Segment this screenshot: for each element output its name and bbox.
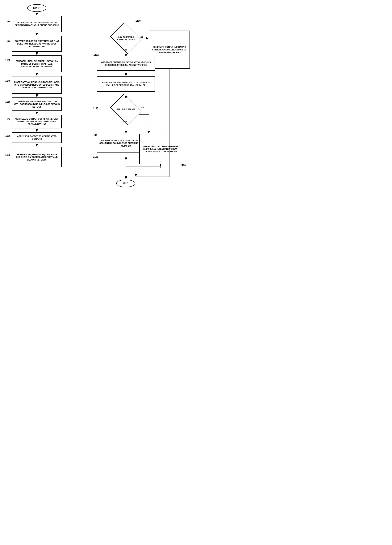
label-1170: 1170 [5,135,11,137]
label-1140: 1140 [5,80,11,82]
label-1180: 1180 [5,154,11,156]
start-oval: START [27,4,46,12]
box-1120: CONVERT DESIGN TO FIRST NETLIST THAT DOE… [12,36,62,52]
flowchart-diagram: START 1110 RECEIVE INITIAL INTEGRATED CI… [0,0,196,272]
start-label: START [33,7,41,9]
end-oval: END [116,180,135,187]
box-1110: RECEIVE INITIAL INTEGRATED CIRCUIT DESIG… [12,16,62,32]
label-1195: 1195 [93,155,98,158]
yes-label-1193: YES [123,120,127,123]
label-1190: 1190 [135,19,141,22]
label-1110: 1110 [5,20,11,23]
no-label-1193: NO [140,106,144,109]
box-1150: CORRELATE INPUTS OF FIRST NETLIST WITH C… [12,98,62,111]
box-1196: GENERATE OUTPUT INDICATING REAL FAILURE … [139,134,182,164]
diamond-1193-wrapper: FAILURE IS FALSE? [114,99,138,119]
box-1130: PERFORM UNFOLDING/ REPLICATION ON PATHS … [12,56,62,72]
diamond-1190-wrapper: ANY XOR GATES ASSERT OUTPUT ? [114,28,138,48]
label-1150: 1150 [5,100,11,103]
label-1130: 1130 [5,59,11,62]
box-1170: APPLY XOR GATE(S) TO CORRELATED OUTPUTS [12,132,62,143]
box-1140: INSERT ASYNCHRONOUS CROSSING LOGIC INTO … [12,76,62,94]
yes-label-1190: YES [123,49,127,51]
box-1192b: PERFORM FAILURE ANALYSIS TO DETERMINE IF… [97,76,155,92]
label-1160: 1160 [5,118,11,121]
box-1180: PERFORM SEQUENTIAL EQUIVALENCE CHECKING … [12,147,62,167]
label-1193: 1193 [93,107,98,110]
box-1192: GENERATE OUTPUT INDICATING ASYNCHRONOUS … [97,57,155,71]
label-1196: 1196 [181,164,186,167]
box-1191: GENERATE OUTPUT INDICATING ASYNCHRONOUS … [149,31,190,69]
no-label-1190: NO [140,36,143,38]
label-1120: 1120 [5,40,11,43]
end-label: END [123,182,128,185]
label-1192: 1192 [94,54,99,56]
label-1195-text: 1195 [93,155,98,158]
box-1160: CORRELATE OUTPUTS OF FIRST NETLIST WITH … [12,115,62,128]
